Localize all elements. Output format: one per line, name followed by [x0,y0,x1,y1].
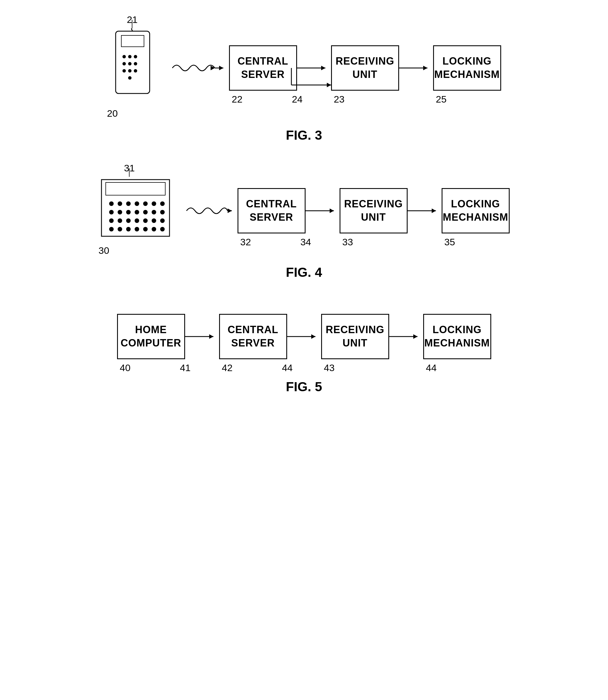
svg-point-6 [122,62,126,65]
fig5-label-43: 43 [324,362,335,373]
fig4-label-30: 30 [99,245,109,256]
fig3-locking-mechanism: LOCKINGMECHANISM 25 [433,45,501,91]
fig5-diagram: HOMECOMPUTER 40 41 CENTRALSERVER 42 44 [23,303,585,376]
svg-point-30 [143,201,148,206]
fig5-receiving-unit: RECEIVINGUNIT 43 [321,314,389,359]
fig5-arrow1 [287,328,321,345]
svg-point-26 [109,201,114,206]
svg-point-33 [109,210,114,214]
fig5-receiving-unit-box: RECEIVINGUNIT [321,314,389,359]
fig4-arrow1 [306,202,340,219]
fig3-arrow2 [399,59,433,77]
fig4-section: 31 [23,166,585,280]
svg-point-8 [134,62,137,65]
svg-point-50 [135,227,139,231]
fig3-leader-21 [127,20,144,34]
fig4-arrow2 [407,202,442,219]
fig4-arrow2-svg [407,202,442,219]
svg-point-32 [160,201,165,206]
fig4-wavy-arrow [184,202,235,219]
fig4-central-server: CENTRALSERVER 32 34 [238,188,306,233]
svg-marker-61 [209,334,213,339]
fig5-central-server: CENTRALSERVER 42 44 [219,314,287,359]
fig4-arrow1-svg [306,202,340,219]
fig3-locking-mechanism-box: LOCKINGMECHANISM [433,45,501,91]
svg-point-10 [128,69,132,73]
svg-point-51 [143,227,148,231]
fig5-arrow0-svg [185,328,219,345]
fig3-label-20: 20 [107,108,118,119]
fig4-label-34: 34 [301,236,311,248]
svg-point-43 [135,218,139,223]
svg-point-3 [122,55,126,58]
fig3-arrow1-svg [297,59,331,77]
fig4-keypad: 31 [99,177,172,245]
page: 21 [0,0,608,700]
fig4-leader-31 [127,168,132,182]
svg-point-7 [128,62,132,65]
svg-point-11 [134,69,137,73]
fig5-locking-mechanism: LOCKINGMECHANISM 44 [423,314,491,359]
fig4-receiving-unit: RECEIVINGUNIT 33 [340,188,407,233]
svg-point-36 [135,210,139,214]
fig3-wavy-svg [170,59,226,77]
svg-point-47 [109,227,114,231]
svg-marker-15 [219,66,223,70]
fig3-label-25: 25 [436,94,447,105]
svg-rect-25 [106,182,165,195]
fig4-label-33: 33 [342,236,353,248]
fig4-central-server-box: CENTRALSERVER [238,188,306,233]
fig5-arrow2 [389,328,423,345]
fig3-diagram: 21 [23,17,585,125]
svg-point-46 [160,218,165,223]
svg-marker-59 [432,209,436,213]
fig5-arrow2-svg [389,328,423,345]
svg-point-48 [118,227,122,231]
fig3-phone-svg [107,28,158,108]
svg-point-40 [109,218,114,223]
svg-point-4 [128,55,132,58]
fig4-label-32: 32 [240,236,251,248]
fig3-label-23: 23 [334,94,345,105]
fig5-home-computer-box: HOMECOMPUTER [117,314,185,359]
svg-rect-2 [121,35,144,47]
fig4-label-35: 35 [444,236,455,248]
fig3-wavy-arrow [170,59,226,77]
svg-point-9 [122,69,126,73]
svg-point-45 [152,218,156,223]
fig5-home-computer: HOMECOMPUTER 40 41 [117,314,185,359]
svg-point-42 [126,218,131,223]
svg-point-5 [134,55,137,58]
svg-point-35 [126,210,131,214]
fig5-label-44a: 44 [282,362,293,373]
fig5-arrow1-svg [287,328,321,345]
fig4-diagram: 31 [23,166,585,262]
svg-marker-63 [311,334,316,339]
fig4-wavy-svg [184,202,235,219]
fig5-label-44b: 44 [426,362,437,373]
fig5-section: HOMECOMPUTER 40 41 CENTRALSERVER 42 44 [23,303,585,394]
svg-point-12 [128,76,132,80]
svg-marker-18 [327,83,331,87]
fig3-arrow2-svg [399,59,433,77]
fig4-caption: FIG. 4 [286,265,322,280]
svg-marker-13 [211,66,215,70]
fig5-caption: FIG. 5 [286,379,322,394]
svg-point-38 [152,210,156,214]
fig5-arrow0 [185,328,219,345]
fig4-locking-mechanism: LOCKINGMECHANISM 35 [442,188,510,233]
fig5-label-40: 40 [120,362,131,373]
fig4-keypad-svg [99,177,172,245]
fig4-locking-mechanism-box: LOCKINGMECHANISM [442,188,510,233]
fig3-label-22: 22 [232,94,243,105]
fig3-caption: FIG. 3 [286,128,322,143]
fig3-phone: 21 [107,28,158,108]
svg-marker-20 [321,66,325,70]
fig3-receiving-unit: RECEIVINGUNIT 23 [331,45,399,91]
svg-point-27 [118,201,122,206]
svg-marker-65 [413,334,418,339]
fig3-arrow1 [297,59,331,77]
fig5-central-server-box: CENTRALSERVER [219,314,287,359]
fig5-label-41: 41 [180,362,191,373]
fig4-receiving-unit-box: RECEIVINGUNIT [340,188,407,233]
